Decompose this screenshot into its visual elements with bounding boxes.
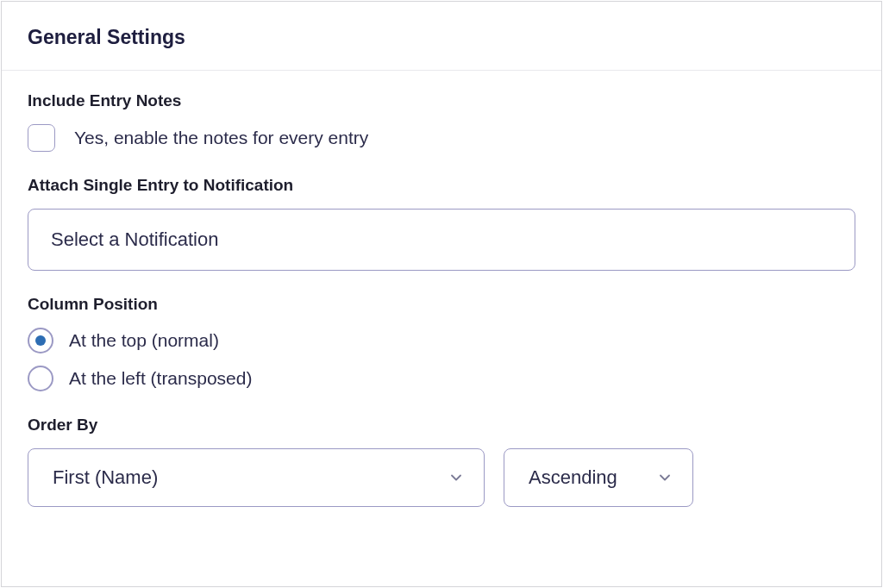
attach-notification-selected: Select a Notification — [51, 228, 218, 250]
column-position-label: Column Position — [28, 295, 855, 314]
column-position-option-left[interactable]: At the left (transposed) — [28, 366, 855, 391]
attach-notification-label: Attach Single Entry to Notification — [28, 176, 855, 195]
order-by-direction-value: Ascending — [529, 466, 617, 489]
order-by-direction-select[interactable]: Ascending — [504, 448, 693, 507]
include-entry-notes-group: Include Entry Notes Yes, enable the note… — [28, 91, 855, 152]
panel-header: General Settings — [2, 2, 881, 71]
panel-title: General Settings — [28, 26, 855, 49]
include-entry-notes-label: Include Entry Notes — [28, 91, 855, 110]
include-entry-notes-checkbox-label: Yes, enable the notes for every entry — [74, 128, 368, 148]
include-entry-notes-checkbox[interactable] — [28, 124, 55, 152]
settings-panel: General Settings Include Entry Notes Yes… — [1, 1, 882, 587]
panel-body: Include Entry Notes Yes, enable the note… — [2, 71, 881, 533]
order-by-field-value: First (Name) — [53, 466, 158, 489]
attach-notification-group: Attach Single Entry to Notification Sele… — [28, 176, 855, 271]
column-position-radio-left-label: At the left (transposed) — [69, 368, 252, 389]
attach-notification-select[interactable]: Select a Notification — [28, 209, 855, 271]
column-position-option-top[interactable]: At the top (normal) — [28, 328, 855, 353]
column-position-radio-top[interactable] — [28, 328, 53, 353]
column-position-radio-group: At the top (normal) At the left (transpo… — [28, 328, 855, 391]
chevron-down-icon — [656, 469, 673, 486]
order-by-row: First (Name) Ascending — [28, 448, 855, 507]
include-entry-notes-row[interactable]: Yes, enable the notes for every entry — [28, 124, 855, 152]
column-position-radio-top-label: At the top (normal) — [69, 330, 219, 351]
chevron-down-icon — [448, 469, 465, 486]
order-by-group: Order By First (Name) Ascending — [28, 416, 855, 507]
column-position-radio-left[interactable] — [28, 366, 53, 391]
column-position-group: Column Position At the top (normal) At t… — [28, 295, 855, 391]
order-by-field-select[interactable]: First (Name) — [28, 448, 485, 507]
order-by-label: Order By — [28, 416, 855, 435]
